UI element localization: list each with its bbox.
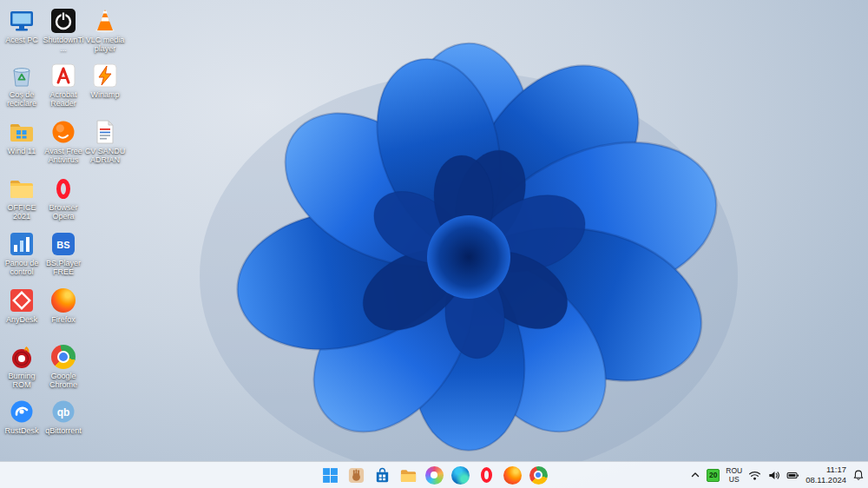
taskbar-app-photos[interactable] [422,463,446,487]
document-icon [91,118,119,146]
desktop-icon-shutdown-timer[interactable]: ShutdownTi... [43,7,84,53]
taskbar-app-file-explorer[interactable] [396,463,420,487]
icon-label: Wind 11 [8,147,36,155]
folder-icon [8,175,36,202]
icon-label: BS.Player FREE [43,259,84,276]
windows-logo-icon [321,466,339,485]
bell-icon [852,469,865,481]
shutdown-timer-icon [49,7,77,35]
desktop-icon-burning-rom[interactable]: Burning ROM [1,343,43,389]
volume-button[interactable] [767,462,780,488]
desktop-icon-cv-document[interactable]: CV SANDU ADRIAN [84,118,126,164]
wifi-button[interactable] [748,462,761,488]
language-region: US [726,475,742,484]
taskbar-app-chrome[interactable] [526,463,550,487]
desktop-icon-opera[interactable]: Browser Opera [43,175,84,221]
icon-label: Avast Free Antivirus [43,147,84,164]
icon-label: Coș de reciclare [1,90,43,108]
taskbar-app-store[interactable] [370,463,394,487]
nero-burning-rom-icon [8,343,36,371]
start-button[interactable] [318,463,342,487]
icon-label: VLC media player [84,36,126,53]
icon-label: AnyDesk [6,315,37,324]
clock[interactable]: 11:17 08.11.2024 [806,462,846,488]
battery-icon [786,469,799,482]
this-pc-icon [8,7,36,35]
wallpaper-bloom [130,24,807,463]
icon-label: Acrobat Reader [43,90,84,108]
control-panel-icon [8,230,36,258]
icon-label: Panou de control [1,259,43,276]
icon-label: Firefox [51,315,76,324]
language-layout: ROU [726,466,742,475]
desktop-icon-avast[interactable]: Avast Free Antivirus [43,118,84,164]
desktop-icon-office-folder[interactable]: OFFICE 2021 [1,175,43,221]
recycle-bin-icon [8,62,36,89]
desktop-icon-bsplayer[interactable]: BS BS.Player FREE [43,230,84,276]
desktop-icon-firefox[interactable]: Firefox [43,287,84,324]
windows-folder-icon [8,118,36,146]
notification-center-button[interactable] [852,462,865,488]
taskbar-app-opera[interactable] [474,463,498,487]
svg-text:BS: BS [56,240,69,250]
desktop-icon-recycle-bin[interactable]: Coș de reciclare [1,62,43,108]
desktop-icon-rustdesk[interactable]: RustDesk [1,398,43,435]
photos-icon [425,466,444,485]
tray-badge-app[interactable]: 20 [707,462,720,488]
avast-icon [49,118,77,146]
taskbar: 20 ROU US 11:17 08.11.2024 [0,461,868,488]
speaker-icon [767,469,780,482]
language-indicator[interactable]: ROU US [726,462,742,488]
winamp-icon [91,62,119,89]
anydesk-icon [8,287,36,314]
icon-label: Google Chrome [43,372,84,389]
vlc-icon [91,7,119,35]
system-tray: 20 ROU US 11:17 08.11.2024 [690,462,865,488]
desktop-icon-control-panel[interactable]: Panou de control [1,230,43,276]
desktop-icon-acest-pc[interactable]: Acest PC [1,7,43,44]
time-text: 11:17 [806,465,846,475]
chrome-icon [529,466,548,485]
taskbar-app-edge[interactable] [448,463,472,487]
tray-overflow-button[interactable] [690,462,700,488]
chrome-icon [49,343,77,371]
desktop-icon-winamp[interactable]: Winamp [84,62,126,99]
opera-icon [49,175,77,202]
wifi-icon [748,469,761,482]
icon-label: Browser Opera [43,203,84,221]
desktop-icon-qbittorrent[interactable]: qb qBittorrent [43,398,84,435]
chevron-up-icon [690,470,700,480]
bsplayer-icon: BS [49,230,77,258]
icon-label: Acest PC [5,36,38,44]
icon-label: RustDesk [4,426,38,435]
desktop-icon-chrome[interactable]: Google Chrome [43,343,84,389]
rustdesk-icon [8,398,36,425]
taskbar-app-firefox[interactable] [500,463,524,487]
icon-label: qBittorrent [45,426,82,435]
icon-label: CV SANDU ADRIAN [84,147,126,164]
firefox-icon [49,287,77,314]
icon-label: ShutdownTi... [43,36,84,53]
battery-button[interactable] [786,462,799,488]
acrobat-reader-icon [49,62,77,89]
file-explorer-icon [399,466,418,485]
taskbar-app-hand[interactable] [344,463,368,487]
green-badge: 20 [707,469,720,482]
icon-label: OFFICE 2021 [1,203,43,221]
desktop-icon-anydesk[interactable]: AnyDesk [1,287,43,324]
icon-label: Burning ROM [1,372,43,389]
firefox-icon [503,466,522,485]
desktop-icon-acrobat-reader[interactable]: Acrobat Reader [43,62,84,108]
opera-icon [481,467,492,483]
microsoft-store-icon [373,466,391,485]
qbittorrent-icon: qb [49,398,77,425]
date-text: 08.11.2024 [806,475,846,485]
icon-label: Winamp [90,90,119,99]
hand-app-icon [347,466,365,485]
desktop: Acest PC ShutdownTi... VLC media player … [0,0,868,488]
desktop-icon-vlc[interactable]: VLC media player [84,7,126,53]
desktop-icon-wind-11[interactable]: Wind 11 [1,118,43,155]
microsoft-edge-icon [451,466,470,485]
svg-text:qb: qb [57,406,70,419]
taskbar-pinned-apps [318,463,550,487]
